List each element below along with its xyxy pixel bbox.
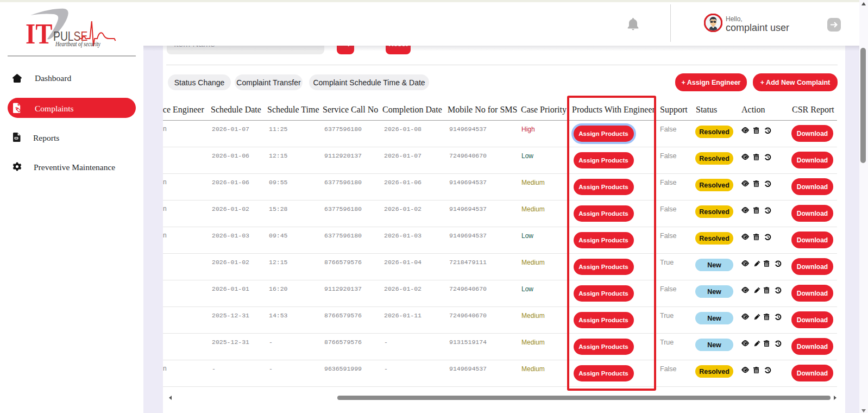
svg-text:IT: IT bbox=[26, 18, 52, 49]
svg-text:Heartbeat of security: Heartbeat of security bbox=[55, 40, 100, 47]
